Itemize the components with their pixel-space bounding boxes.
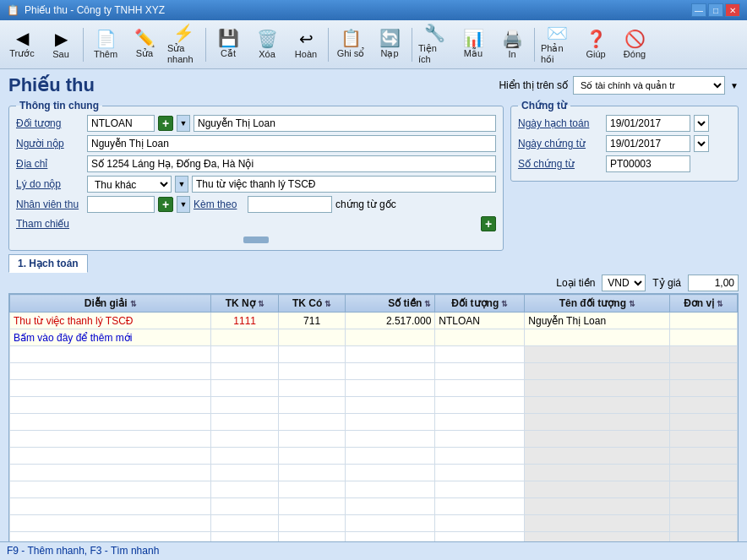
maximize-button[interactable]: □ (708, 3, 723, 17)
form-area: Thông tin chung Đối tượng + ▼ Người nộp … (8, 100, 739, 251)
sort-dien-giai[interactable]: ⇅ (130, 300, 137, 308)
ty-gia-input[interactable] (688, 275, 739, 291)
col-header-tk-no: TK Nợ ⇅ (211, 295, 278, 313)
table-add-row[interactable]: Bấm vào đây để thêm mới (10, 329, 738, 346)
toolbar-sua[interactable]: ✏️ Sửa (126, 23, 163, 67)
col-header-ten-doi-tuong: Tên đối tượng ⇅ (525, 295, 670, 313)
ngay-chung-tu-label: Ngày chứng từ (518, 138, 603, 150)
toolbar-nap[interactable]: 🔄 Nạp (371, 23, 408, 67)
add-row-doi-tuong (435, 329, 525, 346)
toolbar-cat-label: Cắt (221, 48, 236, 59)
toolbar-hoan[interactable]: ↩ Hoàn (287, 23, 324, 67)
close-button[interactable]: ✕ (725, 3, 740, 17)
kem-theo-input[interactable] (248, 196, 332, 213)
add-row-don-vi (670, 329, 738, 346)
ly-do-nop-select[interactable]: Thu khác (87, 176, 172, 193)
toolbar-them[interactable]: 📄 Thêm (87, 23, 124, 67)
toolbar-ghi-so-label: Ghi sổ (337, 48, 365, 59)
table-empty-row (10, 498, 738, 515)
minimize-button[interactable]: — (691, 3, 706, 17)
doi-tuong-name-input[interactable] (194, 115, 496, 132)
toolbar-tien-ich[interactable]: 🔧 Tiện ích (416, 23, 453, 67)
help-icon: ❓ (586, 30, 607, 47)
sort-ten-doi-tuong[interactable]: ⇅ (629, 300, 635, 308)
table-row[interactable]: Thu từ việc thanh lý TSCĐ 1111 711 2.517… (10, 313, 738, 329)
sort-don-vi[interactable]: ⇅ (717, 300, 723, 308)
ngay-hach-toan-input[interactable] (606, 115, 690, 132)
chung-tu-goc-label: chứng từ gốc (335, 198, 396, 210)
feedback-icon: ✉️ (547, 24, 568, 41)
toolbar-sau[interactable]: ▶ Sau (42, 23, 79, 67)
thong-tin-chung-legend: Thông tin chung (16, 100, 102, 111)
tham-chieu-add-button[interactable]: + (481, 216, 496, 231)
toolbar-tien-ich-label: Tiện ích (418, 43, 450, 64)
sep2 (205, 28, 206, 62)
nhan-vien-input[interactable] (87, 196, 155, 213)
sort-tk-co[interactable]: ⇅ (324, 300, 331, 308)
ly-do-dropdown-button[interactable]: ▼ (175, 176, 188, 193)
cell-so-tien: 2.517.000 (346, 313, 435, 329)
toolbar-sua-nhanh[interactable]: ⚡ Sửa nhanh (165, 23, 202, 67)
sort-doi-tuong[interactable]: ⇅ (501, 300, 508, 308)
toolbar-phan-hoi[interactable]: ✉️ Phản hồi (538, 23, 575, 67)
toolbar-giup[interactable]: ❓ Giúp (577, 23, 614, 67)
toolbar-in[interactable]: 🖨️ In (493, 23, 531, 67)
doi-tuong-add-button[interactable]: + (158, 116, 173, 131)
col-header-doi-tuong: Đối tượng ⇅ (435, 295, 525, 313)
add-row-tk-co (278, 329, 345, 346)
ngay-chung-tu-input[interactable] (606, 135, 690, 152)
chung-tu-panel: Chứng từ Ngày hạch toán ▼ Ngày chứng từ … (510, 100, 739, 182)
toolbar-dong[interactable]: 🚫 Đóng (616, 23, 653, 67)
scrollbar-thumb[interactable] (243, 237, 269, 243)
title-bar-title: 📋 Phiếu thu - Công ty TNHH XYZ (7, 4, 165, 16)
doi-tuong-dropdown-button[interactable]: ▼ (177, 115, 190, 132)
nhan-vien-row: Nhân viên thu + ▼ Kèm theo chứng từ gốc (16, 196, 496, 213)
table-header: Diễn giải ⇅ TK Nợ ⇅ TK Có ⇅ Số tiền ⇅ Đố… (10, 295, 738, 313)
cell-don-vi (670, 313, 738, 329)
post-icon: 📋 (341, 30, 362, 46)
sort-tk-no[interactable]: ⇅ (258, 300, 264, 308)
toolbar-mau[interactable]: 📊 Mẫu (455, 23, 492, 67)
nguoi-nop-row: Người nộp (16, 135, 496, 152)
col-header-don-vi: Đơn vị ⇅ (670, 295, 738, 313)
loai-tien-select[interactable]: VND (602, 275, 646, 291)
ngay-hach-toan-dropdown[interactable]: ▼ (694, 115, 709, 132)
toolbar-sua-nhanh-label: Sửa nhanh (167, 43, 199, 64)
toolbar-truoc-label: Trước (9, 48, 34, 59)
toolbar-mau-label: Mẫu (464, 48, 483, 59)
ly-do-text-input[interactable] (192, 176, 496, 193)
so-chung-tu-input[interactable] (606, 155, 690, 172)
col-header-tk-co: TK Có ⇅ (278, 295, 345, 313)
sep1 (83, 28, 84, 62)
nguoi-nop-input[interactable] (87, 135, 496, 152)
title-controls[interactable]: — □ ✕ (691, 3, 740, 17)
toolbar-xoa-label: Xóa (259, 49, 275, 59)
doi-tuong-code-input[interactable] (87, 115, 155, 132)
table-empty-row (10, 465, 738, 481)
toolbar-xoa[interactable]: 🗑️ Xóa (248, 23, 286, 67)
toolbar-cat[interactable]: 💾 Cắt (210, 23, 247, 67)
sep5 (534, 28, 535, 62)
cell-ten-doi-tuong: Nguyễn Thị Loan (525, 313, 670, 329)
toolbar-ghi-so[interactable]: 📋 Ghi sổ (332, 23, 369, 67)
toolbar-truoc[interactable]: ◀ Trước (3, 23, 41, 67)
nhan-vien-add-button[interactable]: + (158, 197, 173, 212)
display-select[interactable]: Số tài chính và quản tr (573, 76, 725, 95)
add-row-label[interactable]: Bấm vào đây để thêm mới (10, 329, 211, 346)
display-dropdown-icon[interactable]: ▼ (730, 81, 739, 90)
col-header-dien-giai: Diễn giải ⇅ (10, 295, 211, 313)
add-row-so-tien (346, 329, 435, 346)
toolbar-nap-label: Nạp (380, 48, 398, 59)
ngay-chung-tu-dropdown[interactable]: ▼ (694, 135, 709, 152)
tab-bar: 1. Hạch toán (0, 251, 747, 273)
status-bar: F9 - Thêm nhanh, F3 - Tìm nhanh (0, 541, 747, 560)
dia-chi-input[interactable] (87, 155, 496, 172)
close-app-icon: 🚫 (624, 30, 646, 47)
sort-so-tien[interactable]: ⇅ (424, 300, 431, 308)
table-empty-row (10, 481, 738, 498)
col-header-so-tien: Số tiền ⇅ (346, 295, 435, 313)
cell-dien-giai: Thu từ việc thanh lý TSCĐ (10, 313, 211, 329)
tab-hach-toan[interactable]: 1. Hạch toán (8, 254, 88, 273)
add-row-tk-no (211, 329, 278, 346)
nhan-vien-dropdown-button[interactable]: ▼ (177, 196, 190, 213)
